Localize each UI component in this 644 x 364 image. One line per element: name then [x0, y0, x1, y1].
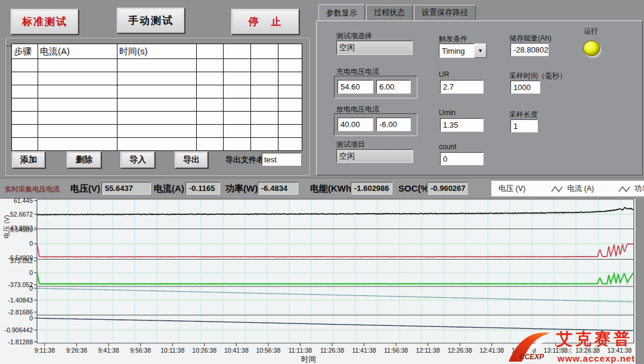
waveform-icon	[550, 185, 565, 193]
table-cell[interactable]	[38, 59, 117, 72]
table-cell[interactable]	[117, 98, 197, 112]
soc-readout-value: -0.960267	[427, 182, 467, 195]
table-cell[interactable]	[38, 98, 117, 112]
table-cell[interactable]	[278, 72, 302, 85]
table-cell[interactable]	[117, 72, 197, 85]
col-header-empty	[197, 44, 224, 59]
table-cell[interactable]	[117, 112, 197, 125]
table-cell[interactable]	[251, 138, 278, 151]
export-filename-label: 导出文件名	[225, 155, 264, 165]
col-header-empty	[224, 44, 251, 59]
table-cell[interactable]	[224, 112, 251, 125]
table-cell[interactable]	[197, 138, 224, 151]
export-button[interactable]: 导出	[175, 152, 208, 168]
table-cell[interactable]	[278, 59, 302, 72]
table-cell[interactable]	[251, 98, 278, 112]
tab-process-status[interactable]: 过程状态	[366, 5, 413, 20]
svg-text:11:26:38: 11:26:38	[320, 347, 344, 354]
discharge-current-field[interactable]: -6.00	[376, 118, 411, 131]
table-cell[interactable]	[251, 85, 278, 98]
table-cell[interactable]	[12, 59, 38, 72]
legend-item-voltage[interactable]: 电压 (V)	[499, 184, 525, 194]
sample-time-field[interactable]: 1000	[510, 81, 540, 94]
table-cell[interactable]	[278, 125, 302, 138]
legend-voltage-label: 电压 (V)	[499, 184, 525, 194]
table-cell[interactable]	[197, 72, 224, 85]
svg-text:61.445: 61.445	[14, 198, 33, 204]
table-cell[interactable]	[224, 85, 251, 98]
table-cell[interactable]	[197, 112, 224, 125]
discharge-voltage-field[interactable]: 40.00	[338, 118, 373, 131]
svg-text:10:26:38: 10:26:38	[192, 347, 216, 354]
table-cell[interactable]	[12, 72, 38, 85]
table-cell[interactable]	[12, 138, 38, 151]
table-cell[interactable]	[12, 85, 38, 98]
table-cell[interactable]	[251, 125, 278, 138]
ur-field[interactable]: 2.7	[440, 80, 484, 94]
table-cell[interactable]	[251, 112, 278, 125]
table-cell[interactable]	[38, 72, 117, 85]
export-filename-input[interactable]	[262, 153, 301, 166]
manual-test-button[interactable]: 手动测试	[117, 8, 185, 33]
dropdown-arrow-icon[interactable]: ▼	[474, 44, 487, 58]
add-button[interactable]: 添加	[12, 152, 45, 168]
table-cell[interactable]	[197, 98, 224, 112]
standard-test-button[interactable]: 标准测试	[11, 9, 79, 35]
voltage-readout-value: 55.6437	[101, 182, 151, 195]
sample-time-label: 采样时间（毫秒）	[509, 71, 566, 81]
waveform-icon	[618, 185, 632, 193]
col-header-time: 时间(s)	[117, 44, 197, 59]
table-cell[interactable]	[38, 85, 117, 98]
table-cell[interactable]	[197, 125, 224, 138]
legend-item-current[interactable]: 电流 (A)	[550, 184, 594, 194]
table-cell[interactable]	[224, 98, 251, 112]
tab-param-display[interactable]: 参数显示	[318, 4, 365, 21]
stop-button[interactable]: 停 止	[231, 9, 299, 35]
table-cell[interactable]	[117, 138, 197, 151]
table-cell[interactable]	[38, 112, 117, 125]
charge-voltage-field[interactable]: 54.60	[338, 80, 373, 94]
svg-text:11:56:38: 11:56:38	[384, 347, 408, 354]
svg-text:12:11:38: 12:11:38	[416, 347, 440, 354]
delete-button[interactable]: 删除	[67, 152, 101, 168]
table-row	[12, 85, 302, 98]
table-cell[interactable]	[12, 125, 38, 138]
table-cell[interactable]	[12, 98, 38, 112]
current-readout-value: -0.1165	[185, 182, 220, 195]
table-cell[interactable]	[117, 85, 197, 98]
table-cell[interactable]	[224, 59, 251, 72]
table-cell[interactable]	[197, 85, 224, 98]
table-cell[interactable]	[117, 125, 197, 138]
table-cell[interactable]	[197, 59, 224, 72]
table-row	[12, 98, 302, 112]
table-cell[interactable]	[278, 85, 302, 98]
legend-item-power[interactable]: 功率	[618, 184, 644, 194]
charge-current-field[interactable]: 6.00	[376, 80, 411, 94]
table-cell[interactable]	[38, 138, 117, 151]
import-button[interactable]: 导入	[120, 152, 155, 168]
table-cell[interactable]	[38, 125, 117, 138]
sample-length-field[interactable]: 1	[510, 119, 538, 132]
table-cell[interactable]	[278, 138, 302, 151]
table-cell[interactable]	[224, 72, 251, 85]
run-label: 运行	[584, 26, 598, 36]
legend-power-label: 功率	[634, 184, 644, 194]
step-table-frame: … 步骤 电流(A) 时间(s) 添加 删除 导入 导出 导出文件名	[5, 37, 309, 175]
count-field: 0	[440, 152, 484, 165]
table-cell[interactable]	[251, 59, 278, 72]
trigger-dropdown[interactable]: Timing ▼	[439, 44, 487, 58]
table-cell[interactable]	[224, 138, 251, 151]
table-cell[interactable]	[12, 112, 38, 125]
table-cell[interactable]	[278, 112, 302, 125]
table-cell[interactable]	[251, 72, 278, 85]
table-cell[interactable]	[117, 59, 197, 72]
umin-field[interactable]: 1.35	[440, 118, 484, 132]
table-cell[interactable]	[224, 125, 251, 138]
count-label: count	[439, 143, 456, 151]
svg-text:0: 0	[29, 285, 33, 292]
col-header-empty	[278, 44, 302, 59]
tab-save-path[interactable]: 设置保存路径	[414, 5, 476, 20]
table-row	[12, 138, 302, 151]
table-cell[interactable]	[278, 98, 302, 112]
current-readout-label: 电流(A)	[154, 183, 184, 195]
